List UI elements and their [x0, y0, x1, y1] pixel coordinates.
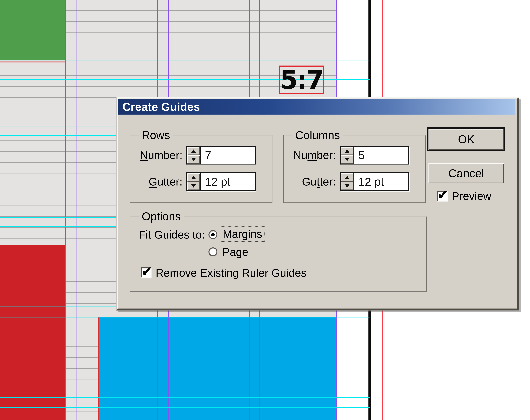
rows-number-value: 7 [205, 149, 211, 162]
preview-label[interactable]: Preview [452, 190, 491, 202]
columns-number-value: 5 [358, 149, 365, 162]
columns-gutter-field[interactable]: 12 pt [340, 172, 409, 191]
rows-gutter-field[interactable]: 12 pt [186, 172, 256, 191]
green-frame-edge [0, 61, 66, 62]
columns-gutter-spinner [341, 173, 354, 190]
ok-button[interactable]: OK [428, 129, 504, 150]
arrow-up-icon [191, 149, 196, 153]
red-frame[interactable] [0, 245, 66, 420]
spin-down-button[interactable] [187, 182, 200, 190]
arrow-up-icon [345, 149, 350, 153]
blue-frame[interactable] [98, 317, 337, 420]
remove-guides-label[interactable]: Remove Existing Ruler Guides [156, 267, 307, 279]
options-group-legend: Options [139, 210, 184, 223]
spin-down-button[interactable] [341, 182, 353, 190]
blue-frame-edge [98, 317, 99, 420]
radio-page-label[interactable]: Page [222, 246, 248, 258]
ruler-guide[interactable] [0, 60, 370, 60]
dialog-titlebar[interactable]: Create Guides [118, 99, 515, 115]
spin-down-button[interactable] [341, 155, 353, 164]
dialog-title: Create Guides [118, 100, 200, 114]
ruler-guide[interactable] [0, 397, 370, 398]
check-icon: ✔ [141, 263, 153, 279]
remove-guides-checkbox[interactable]: ✔ [141, 267, 151, 278]
ruler-guide[interactable] [0, 317, 370, 318]
spin-up-button[interactable] [187, 173, 200, 182]
rows-gutter-label: Gutter: [127, 176, 182, 188]
green-frame[interactable] [0, 0, 66, 60]
columns-group-legend: Columns [292, 129, 343, 142]
indesign-layout-view: 5:7 Create Guides Rows Number: 7 Gutter: [0, 0, 530, 420]
rows-gutter-spinner [187, 173, 201, 190]
radio-margins-label[interactable]: Margins [220, 226, 265, 242]
cancel-button[interactable]: Cancel [428, 163, 504, 183]
create-guides-dialog: Create Guides Rows Number: 7 Gutter: [117, 97, 519, 310]
options-group: Options [130, 216, 427, 292]
spin-down-button[interactable] [187, 155, 200, 164]
arrow-down-icon [345, 158, 350, 161]
columns-number-label: Number: [281, 149, 336, 161]
fit-guides-to-label: Fit Guides to: [139, 229, 205, 241]
columns-group: Columns [283, 135, 426, 203]
columns-number-spinner [341, 147, 354, 164]
spin-up-button[interactable] [341, 173, 353, 182]
ratio-label: 5:7 [280, 67, 323, 93]
preview-checkbox[interactable]: ✔ [437, 191, 448, 202]
column-guide[interactable] [76, 0, 77, 420]
radio-page[interactable] [208, 247, 217, 256]
rows-group-legend: Rows [139, 129, 173, 142]
arrow-down-icon [191, 184, 196, 188]
radio-margins[interactable] [208, 230, 217, 239]
columns-number-field[interactable]: 5 [340, 146, 409, 164]
rows-gutter-value: 12 pt [205, 175, 230, 188]
arrow-up-icon [345, 176, 350, 179]
arrow-down-icon [345, 184, 350, 188]
ruler-guide[interactable] [0, 407, 370, 408]
arrow-up-icon [191, 176, 196, 179]
column-guide[interactable] [65, 0, 66, 420]
check-icon: ✔ [437, 187, 449, 203]
rows-group: Rows [130, 135, 273, 203]
columns-gutter-label: Gutter: [281, 176, 336, 188]
rows-number-label: Number: [127, 149, 182, 161]
spin-up-button[interactable] [341, 147, 353, 155]
rows-number-field[interactable]: 7 [186, 146, 256, 164]
arrow-down-icon [191, 158, 196, 161]
ratio-text-frame[interactable]: 5:7 [279, 66, 324, 94]
columns-gutter-value: 12 pt [358, 175, 384, 188]
rows-number-spinner [187, 147, 201, 164]
spin-up-button[interactable] [187, 147, 200, 155]
